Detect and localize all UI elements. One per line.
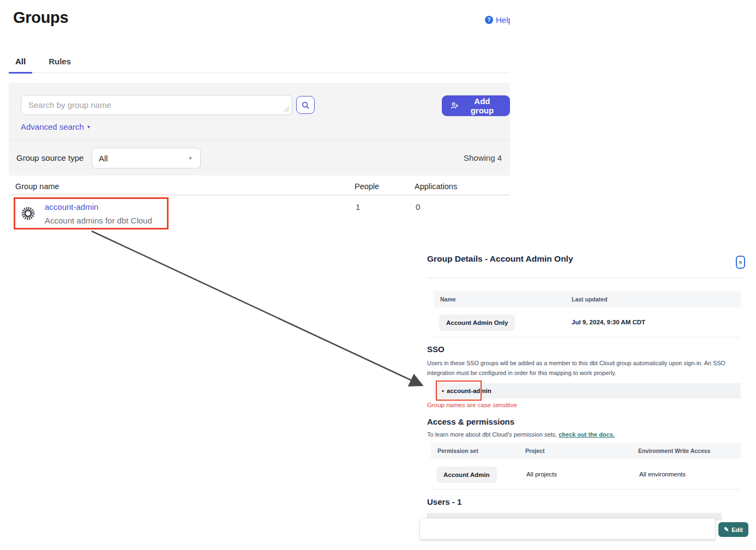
project-value: All projects (526, 471, 639, 478)
red-highlight-box-sso-tag (436, 380, 482, 401)
resize-handle-icon[interactable] (283, 106, 290, 112)
page-title: Groups (13, 9, 68, 27)
permissions-table-row: Account Admin All projects All environme… (431, 459, 741, 489)
column-header-project: Project (525, 448, 638, 454)
column-header-applications[interactable]: Applications (415, 182, 457, 191)
permissions-table: Permission set Project Environment Write… (431, 443, 741, 489)
help-link[interactable]: ? Help (485, 15, 510, 25)
applications-count: 0 (416, 202, 420, 211)
edit-button[interactable]: ✎ Edit (718, 522, 748, 537)
groups-page: Groups ? Help All Rules (0, 0, 756, 550)
close-icon: ✕ (738, 259, 742, 265)
advanced-search-label: Advanced search (21, 122, 84, 131)
group-name-table: Name Last updated Account Admin Only Jul… (434, 291, 741, 337)
sso-case-sensitive-warning: Group names are case sensitive (427, 402, 517, 408)
tab-bar: All Rules (9, 53, 510, 73)
add-group-label: Add group (463, 96, 501, 115)
caret-down-icon: ▾ (87, 124, 90, 130)
search-input[interactable] (21, 95, 292, 115)
access-description: To learn more about dbt Cloud's permissi… (427, 431, 615, 438)
add-group-button[interactable]: Add group (442, 95, 510, 116)
access-description-text: To learn more about dbt Cloud's permissi… (427, 431, 559, 438)
docs-link[interactable]: check out the docs. (559, 431, 615, 438)
people-count: 1 (356, 202, 360, 211)
column-header-permission-set: Permission set (431, 448, 525, 454)
name-table-row: Account Admin Only Jul 9, 2024, 9:30 AM … (434, 307, 741, 337)
help-label: Help (496, 15, 510, 25)
search-section: Advanced search ▾ Add group (9, 83, 510, 140)
column-header-environment-write-access: Environment Write Access (638, 448, 741, 454)
sso-heading: SSO (427, 344, 445, 354)
permission-set-pill: Account Admin (436, 467, 497, 483)
red-highlight-box-group-row (14, 197, 169, 229)
filter-section: Group source type All ▼ Showing 4 (9, 141, 510, 176)
selected-option: All (99, 154, 108, 163)
details-footer-bar (420, 518, 715, 539)
access-permissions-heading: Access & permissions (427, 417, 514, 426)
group-name-pill-cell: Account Admin Only (434, 317, 572, 327)
environment-value: All environments (639, 471, 741, 478)
name-table-header: Name Last updated (434, 291, 741, 307)
column-header-name: Name (434, 296, 572, 303)
table-header-divider (9, 195, 510, 195)
column-header-people[interactable]: People (355, 182, 379, 191)
add-user-icon (451, 101, 459, 110)
search-button[interactable] (296, 96, 315, 114)
details-divider (427, 277, 744, 278)
tab-rules[interactable]: Rules (42, 53, 77, 72)
select-caret-icon: ▼ (188, 156, 193, 161)
permission-pill-cell: Account Admin (431, 469, 526, 479)
edit-label: Edit (731, 527, 743, 533)
group-name-pill: Account Admin Only (439, 315, 515, 331)
column-header-last-updated: Last updated (572, 296, 607, 303)
details-panel-title: Group Details - Account Admin Only (427, 254, 573, 264)
advanced-search-link[interactable]: Advanced search ▾ (21, 122, 90, 131)
sso-description: Users in these SSO groups will be added … (427, 359, 740, 378)
edit-pencil-icon: ✎ (724, 526, 729, 533)
permissions-table-header: Permission set Project Environment Write… (431, 443, 741, 459)
users-heading: Users - 1 (427, 497, 461, 506)
last-updated-value: Jul 9, 2024, 9:30 AM CDT (572, 319, 645, 325)
group-source-type-label: Group source type (16, 153, 83, 162)
tab-all[interactable]: All (9, 53, 32, 74)
help-icon: ? (485, 16, 493, 24)
group-source-type-select[interactable]: All ▼ (92, 148, 201, 168)
close-button[interactable]: ✕ (736, 256, 745, 269)
search-panel: Advanced search ▾ Add group Group source… (9, 83, 510, 176)
column-header-group-name[interactable]: Group name (15, 182, 59, 191)
search-input-wrap (21, 95, 292, 115)
showing-count: Showing 4 (464, 153, 502, 162)
search-icon (301, 101, 310, 110)
